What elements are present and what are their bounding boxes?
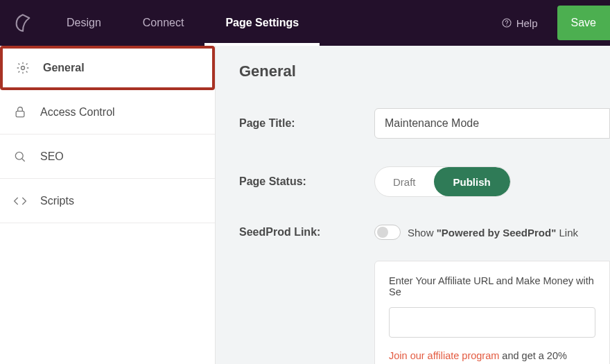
status-publish-button[interactable]: Publish — [434, 167, 510, 196]
affiliate-join-link[interactable]: Join our affiliate program — [389, 350, 499, 361]
affiliate-url-input[interactable] — [389, 307, 595, 338]
topbar: Design Connect Page Settings Help Save — [0, 0, 610, 46]
settings-sidebar: General Access Control SEO Scripts — [0, 46, 216, 364]
main-panel: General Page Title: Page Status: Draft P… — [216, 46, 610, 364]
help-icon — [501, 17, 512, 28]
tab-connect[interactable]: Connect — [122, 0, 205, 46]
tab-design[interactable]: Design — [46, 0, 122, 46]
seedprod-link-bold: "Powered by SeedProd" — [437, 227, 557, 239]
sidebar-item-label: Access Control — [40, 106, 115, 119]
seedprod-link-toggle[interactable] — [374, 225, 401, 240]
code-icon — [12, 193, 28, 209]
sidebar-item-label: Scripts — [40, 195, 74, 207]
sidebar-item-label: General — [43, 62, 85, 74]
help-label: Help — [516, 17, 538, 29]
sidebar-item-general[interactable]: General — [0, 46, 215, 90]
topbar-right: Help Save — [501, 6, 610, 40]
save-button[interactable]: Save — [557, 6, 610, 40]
search-icon — [12, 149, 28, 164]
row-page-status: Page Status: Draft Publish — [239, 166, 610, 197]
page-status-label: Page Status: — [239, 175, 374, 188]
status-draft-button[interactable]: Draft — [375, 167, 434, 196]
seedprod-link-show: Show — [408, 227, 437, 239]
seedprod-link-label: SeedProd Link: — [239, 226, 374, 239]
sidebar-item-label: SEO — [40, 150, 64, 163]
page-heading: General — [239, 62, 610, 80]
body: General Access Control SEO Scripts Gener… — [0, 46, 610, 364]
svg-line-5 — [22, 158, 25, 161]
lock-icon — [12, 105, 28, 120]
sidebar-item-access-control[interactable]: Access Control — [0, 90, 215, 135]
svg-point-4 — [15, 152, 23, 159]
sidebar-item-scripts[interactable]: Scripts — [0, 179, 215, 223]
status-toggle: Draft Publish — [374, 166, 511, 197]
row-seedprod-link: SeedProd Link: Show "Powered by SeedProd… — [239, 225, 610, 240]
svg-rect-3 — [16, 111, 24, 116]
affiliate-box: Enter Your Affiliate URL and Make Money … — [374, 261, 610, 364]
logo-wrap — [0, 0, 46, 46]
seedprod-link-tail: Link — [556, 227, 578, 239]
row-page-title: Page Title: — [239, 108, 610, 139]
tab-page-settings[interactable]: Page Settings — [204, 0, 320, 46]
svg-point-2 — [21, 67, 25, 70]
leaf-logo-icon — [13, 13, 33, 33]
sidebar-item-seo[interactable]: SEO — [0, 135, 215, 179]
top-tabs: Design Connect Page Settings — [46, 0, 320, 46]
affiliate-intro: Enter Your Affiliate URL and Make Money … — [389, 275, 595, 297]
seedprod-link-text: Show "Powered by SeedProd" Link — [408, 227, 578, 239]
svg-point-1 — [506, 25, 507, 26]
page-title-label: Page Title: — [239, 117, 374, 130]
affiliate-note: Join our affiliate program and get a 20%… — [389, 349, 595, 364]
page-title-input[interactable] — [374, 108, 610, 139]
help-link[interactable]: Help — [501, 17, 545, 29]
toggle-knob — [377, 227, 388, 238]
gear-icon — [15, 60, 31, 76]
